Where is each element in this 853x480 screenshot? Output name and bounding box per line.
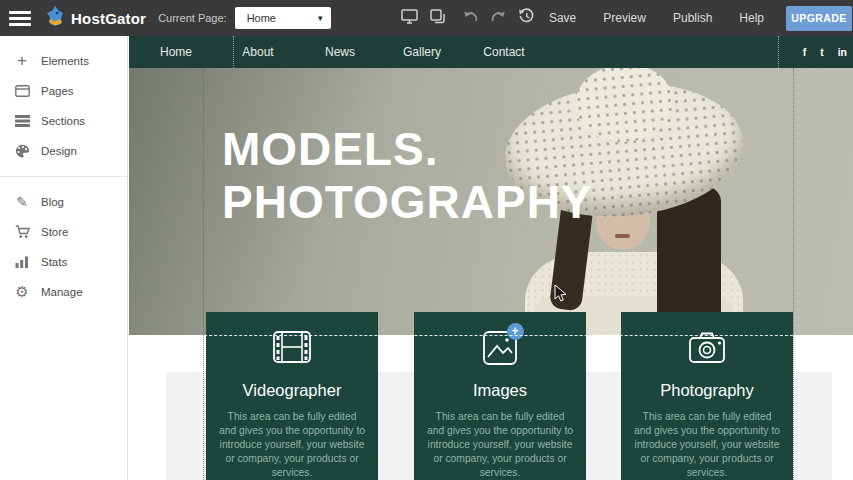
facebook-icon[interactable]: f [803, 46, 807, 58]
brand-name: HostGator [71, 10, 146, 27]
site-nav-news[interactable]: News [299, 45, 381, 59]
editor-canvas: Home About News Gallery Contact f t in M… [129, 36, 853, 480]
feature-card-videographer[interactable]: Videographer This area can be fully edit… [206, 312, 378, 480]
sidebar-item-stats[interactable]: Stats [0, 247, 127, 277]
card-body: This area can be fully edited and gives … [219, 410, 365, 480]
card-body: This area can be fully edited and gives … [634, 410, 780, 480]
site-nav-gallery[interactable]: Gallery [381, 45, 463, 59]
topbar-actions: Save Preview Publish Help [549, 11, 764, 25]
gator-mascot-icon [45, 5, 66, 31]
sidebar-item-blog[interactable]: ✎ Blog [0, 187, 127, 217]
history-group [462, 8, 535, 28]
sections-icon [13, 115, 31, 127]
sidebar-divider [0, 176, 127, 177]
site-navbar: Home About News Gallery Contact f t in [129, 36, 853, 68]
palette-icon [13, 144, 31, 158]
sidebar-item-elements[interactable]: + Elements [0, 46, 127, 76]
upgrade-button[interactable]: UPGRADE [786, 6, 852, 31]
card-title: Photography [621, 381, 793, 400]
redo-icon[interactable] [490, 9, 507, 27]
sidebar-item-store[interactable]: Store [0, 217, 127, 247]
hero-title[interactable]: MODELS. PHOTOGRAPHY [222, 123, 593, 229]
sidebar-item-manage[interactable]: ⚙ Manage [0, 277, 127, 307]
mobile-preview-icon[interactable] [430, 9, 446, 28]
hamburger-menu-icon[interactable] [9, 11, 31, 26]
page-dropdown[interactable]: Home ▾ [235, 7, 331, 29]
card-title: Videographer [206, 381, 378, 400]
page-icon [13, 85, 31, 97]
device-preview-group [401, 9, 446, 28]
desktop-preview-icon[interactable] [401, 9, 418, 28]
feature-card-images[interactable]: + Images This area can be fully edited a… [414, 312, 586, 480]
hero-title-line2: PHOTOGRAPHY [222, 176, 593, 229]
nav-selection-separator [778, 36, 779, 68]
editor-sidebar: + Elements Pages Sections [0, 36, 128, 480]
card-body: This area can be fully edited and gives … [427, 410, 573, 480]
hero-title-line1: MODELS. [222, 123, 593, 176]
twitter-icon[interactable]: t [820, 46, 824, 58]
site-nav-home[interactable]: Home [135, 45, 217, 59]
page-dropdown-value: Home [247, 12, 276, 24]
sidebar-item-sections[interactable]: Sections [0, 106, 127, 136]
gear-icon: ⚙ [13, 283, 31, 301]
nav-selection-separator [233, 36, 234, 68]
card-title: Images [414, 381, 586, 400]
plus-icon: + [13, 51, 31, 71]
mouse-cursor [554, 284, 567, 307]
add-image-badge[interactable]: + [507, 323, 524, 340]
current-page-label: Current Page: [158, 12, 226, 24]
content-left-guide [203, 68, 204, 480]
linkedin-icon[interactable]: in [838, 46, 847, 58]
social-links: f t in [803, 36, 847, 68]
hero-section[interactable]: MODELS. PHOTOGRAPHY [129, 68, 853, 335]
history-icon[interactable] [518, 8, 535, 28]
editor-topbar: HostGator Current Page: Home ▾ [0, 0, 853, 36]
undo-icon[interactable] [462, 9, 479, 27]
publish-button[interactable]: Publish [673, 11, 712, 25]
content-right-guide [793, 68, 794, 480]
save-button[interactable]: Save [549, 11, 576, 25]
section-bottom-guide [129, 335, 853, 336]
site-nav-contact[interactable]: Contact [463, 45, 545, 59]
sidebar-item-pages[interactable]: Pages [0, 76, 127, 106]
bar-chart-icon [13, 256, 31, 268]
site-nav-about[interactable]: About [217, 45, 299, 59]
preview-button[interactable]: Preview [603, 11, 646, 25]
help-button[interactable]: Help [739, 11, 764, 25]
sidebar-item-design[interactable]: Design [0, 136, 127, 166]
chevron-down-icon: ▾ [318, 13, 323, 23]
cart-icon [13, 225, 31, 239]
pencil-icon: ✎ [13, 194, 31, 210]
feature-card-photography[interactable]: Photography This area can be fully edite… [621, 312, 793, 480]
hostgator-logo: HostGator [45, 5, 146, 31]
